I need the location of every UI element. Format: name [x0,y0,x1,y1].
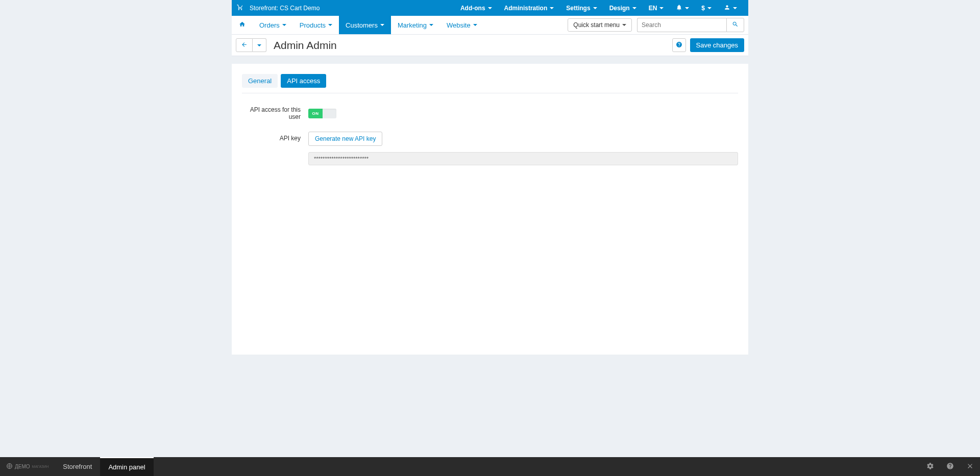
orders-label: Orders [259,21,280,29]
topbar: Storefront: CS Cart Demo Add-ons Adminis… [232,0,748,16]
bottom-help-button[interactable] [940,462,960,471]
website-label: Website [447,21,471,29]
bell-icon [676,4,682,12]
tab-api-access[interactable]: API access [281,74,326,88]
currency-label: $ [701,5,705,12]
bottom-tab-storefront[interactable]: Storefront [55,457,100,476]
bottom-tab-admin[interactable]: Admin panel [100,457,153,476]
orders-menu[interactable]: Orders [253,16,293,34]
search-icon [732,21,739,29]
caret-down-icon [707,7,712,9]
demo-label: ДЕМО [15,464,30,469]
language-menu[interactable]: EN [643,0,670,16]
quick-start-menu[interactable]: Quick start menu [568,18,632,32]
cart-icon [237,4,243,12]
caret-down-icon [622,24,626,26]
marketing-menu[interactable]: Marketing [391,16,440,34]
addons-menu[interactable]: Add-ons [454,0,498,16]
save-button[interactable]: Save changes [690,38,744,52]
demo-sub-label: МАГАЗИН [32,465,49,468]
back-dropdown[interactable] [253,38,266,52]
user-icon [724,4,730,12]
close-icon [966,462,974,471]
administration-menu[interactable]: Administration [498,0,560,16]
demo-badge: ДЕМО МАГАЗИН [0,457,55,476]
caret-down-icon [429,24,433,26]
marketing-label: Marketing [398,21,427,29]
caret-down-icon [380,24,384,26]
search-input[interactable] [637,18,726,32]
settings-label: Settings [566,5,590,12]
storefront-link[interactable]: Storefront: CS Cart Demo [248,0,326,16]
products-label: Products [300,21,326,29]
caret-down-icon [282,24,286,26]
home-link[interactable] [232,16,253,34]
search-button[interactable] [726,18,744,32]
question-icon [946,462,954,471]
caret-down-icon [733,7,737,9]
customers-label: Customers [346,21,378,29]
arrow-left-icon [241,41,248,49]
page-header: Admin Admin Save changes [232,35,748,56]
caret-down-icon [550,7,554,9]
gear-icon [926,462,934,471]
settings-menu[interactable]: Settings [560,0,603,16]
customers-menu[interactable]: Customers [339,16,391,34]
caret-down-icon [257,44,261,46]
page-title: Admin Admin [274,39,337,52]
bottom-close-button[interactable] [960,462,980,471]
addons-label: Add-ons [460,5,485,12]
divider [242,93,738,93]
home-icon [239,21,246,29]
tab-general[interactable]: General [242,74,278,88]
language-label: EN [649,5,657,12]
quick-start-label: Quick start menu [573,21,620,29]
globe-icon [6,463,13,470]
caret-down-icon [593,7,597,9]
help-button[interactable] [672,38,686,52]
bottom-bar: ДЕМО МАГАЗИН Storefront Admin panel [0,457,980,476]
products-menu[interactable]: Products [293,16,339,34]
currency-menu[interactable]: $ [695,0,718,16]
notifications-menu[interactable] [670,0,695,16]
design-label: Design [609,5,630,12]
administration-label: Administration [504,5,548,12]
generate-api-key-button[interactable]: Generate new API key [308,132,382,146]
bottom-settings-button[interactable] [920,462,940,471]
user-menu[interactable] [718,0,743,16]
design-menu[interactable]: Design [603,0,643,16]
website-menu[interactable]: Website [440,16,484,34]
caret-down-icon [659,7,664,9]
main-menu: Orders Products Customers Marketing Webs… [232,16,748,35]
caret-down-icon [473,24,477,26]
toggle-on-label: ON [308,109,323,118]
caret-down-icon [488,7,492,9]
api-key-field[interactable] [308,152,738,165]
back-button[interactable] [236,38,253,52]
content-panel: General API access API access for this u… [232,64,748,355]
question-icon [676,41,682,49]
caret-down-icon [328,24,332,26]
api-key-label: API key [242,132,308,142]
caret-down-icon [685,7,689,9]
caret-down-icon [632,7,636,9]
api-access-toggle[interactable]: ON [308,109,336,118]
api-access-label: API access for this user [242,106,308,120]
